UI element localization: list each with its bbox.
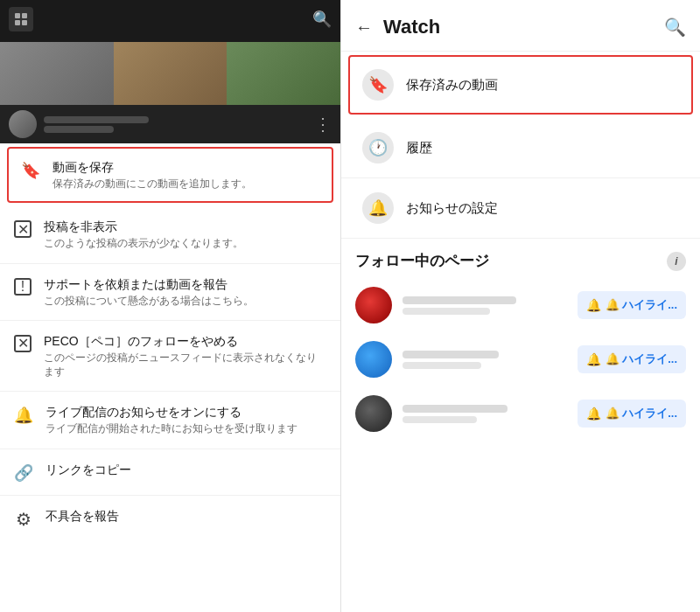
svg-rect-2 [15, 20, 20, 25]
watch-header-left: ← Watch [355, 16, 440, 38]
follow-sub-blur-1 [402, 308, 490, 315]
menu-item-copy-link[interactable]: 🔗 リンクをコピー [0, 449, 340, 496]
watch-menu-saved[interactable]: 🔖 保存済みの動画 [348, 55, 693, 115]
history-label: 履歴 [406, 140, 432, 156]
copy-link-content: リンクをコピー [46, 462, 131, 477]
hide-post-desc: このような投稿の表示が少なくなります。 [44, 236, 243, 250]
highlight-btn-3[interactable]: 🔔 🔔 ハイライ... [578, 400, 686, 428]
menu-item-save-video[interactable]: 🔖 動画を保存 保存済みの動画にこの動画を追加します。 [7, 147, 333, 203]
highlight-btn-label-2: 🔔 ハイライ... [606, 351, 677, 367]
right-panel: ← Watch 🔍 🔖 保存済みの動画 🕐 履歴 🔔 お知らせの設定 フォロー中… [341, 0, 700, 612]
save-video-content: 動画を保存 保存済みの動画にこの動画を追加します。 [52, 159, 252, 191]
highlight-btn-label-1: 🔔 ハイライ... [606, 297, 677, 313]
follow-avatar-2 [355, 341, 392, 378]
follow-name-blur-3 [402, 405, 508, 413]
back-button[interactable]: ← [355, 17, 373, 38]
follow-list: 🔔 🔔 ハイライ... 🔔 🔔 ハイライ... 🔔 [341, 278, 700, 441]
follow-sub-blur-3 [402, 416, 477, 423]
saved-videos-label: 保存済みの動画 [406, 77, 498, 94]
history-icon: 🕐 [362, 132, 394, 163]
menu-item-unfollow[interactable]: ✕ PECO［ペコ］のフォローをやめる このページの投稿がニュースフィードに表示… [0, 321, 340, 392]
follow-avatar-3 [355, 395, 392, 432]
video-thumbnail [0, 42, 340, 105]
hide-post-icon: ✕ [14, 220, 32, 238]
avatar-small [9, 110, 37, 138]
watch-menu-history[interactable]: 🕐 履歴 [341, 118, 700, 178]
highlight-btn-label-3: 🔔 ハイライ... [606, 406, 677, 421]
video-info-bar: ⋮ [0, 105, 340, 143]
unfollow-desc: このページの投稿がニュースフィードに表示されなくなります [44, 351, 326, 379]
svg-rect-1 [22, 13, 27, 18]
follow-name-blur-2 [402, 351, 499, 358]
follow-sub-blur-2 [402, 362, 481, 369]
report-issue-title: 不具合を報告 [46, 508, 119, 524]
watch-title: Watch [383, 16, 440, 38]
video-header-top: 🔍 [9, 7, 332, 31]
notifications-icon: 🔔 [362, 192, 394, 224]
svg-rect-0 [15, 13, 20, 18]
video-subtitle-blur [44, 126, 114, 133]
save-video-icon: 🔖 [21, 161, 40, 180]
following-section-header: フォロー中のページ i [341, 239, 700, 278]
svg-rect-3 [22, 20, 27, 25]
watch-menu-notifications[interactable]: 🔔 お知らせの設定 [341, 178, 700, 239]
report-desc: この投稿について懸念がある場合はこちら。 [44, 294, 254, 308]
menu-item-live-notify[interactable]: 🔔 ライブ配信のお知らせをオンにする ライブ配信が開始された時にお知らせを受け取… [0, 392, 340, 449]
live-notify-desc: ライブ配信が開始された時にお知らせを受け取ります [46, 421, 298, 435]
notifications-label: お知らせの設定 [406, 200, 498, 217]
unfollow-icon: ✕ [14, 335, 32, 352]
follow-item-3[interactable]: 🔔 🔔 ハイライ... [341, 386, 700, 441]
copy-link-title: リンクをコピー [46, 462, 131, 477]
thumb-2 [114, 42, 228, 105]
video-title-block [44, 116, 149, 133]
live-notify-title: ライブ配信のお知らせをオンにする [46, 404, 298, 420]
report-content: サポートを依頼または動画を報告 この投稿について懸念がある場合はこちら。 [44, 276, 254, 308]
follow-item-2[interactable]: 🔔 🔔 ハイライ... [341, 332, 700, 386]
save-video-title: 動画を保存 [52, 159, 252, 175]
follow-name-blur-1 [402, 296, 516, 304]
copy-link-icon: 🔗 [14, 463, 33, 483]
bell-icon-3: 🔔 [586, 407, 601, 421]
info-icon[interactable]: i [667, 252, 686, 271]
video-header-icon [9, 7, 33, 31]
menu-item-report[interactable]: ! サポートを依頼または動画を報告 この投稿について懸念がある場合はこちら。 [0, 264, 340, 321]
follow-info-1 [402, 296, 567, 315]
follow-info-3 [402, 405, 567, 423]
highlight-btn-2[interactable]: 🔔 🔔 ハイライ... [578, 345, 686, 373]
thumb-3 [227, 42, 340, 105]
bell-icon-1: 🔔 [586, 298, 601, 312]
thumb-1 [0, 42, 114, 105]
hide-post-title: 投稿を非表示 [44, 219, 243, 234]
watch-menu-list: 🔖 保存済みの動画 🕐 履歴 🔔 お知らせの設定 [341, 52, 700, 239]
report-issue-icon: ⚙ [14, 510, 33, 529]
save-video-desc: 保存済みの動画にこの動画を追加します。 [52, 177, 252, 191]
left-menu-list: 🔖 動画を保存 保存済みの動画にこの動画を追加します。 ✕ 投稿を非表示 このよ… [0, 143, 340, 612]
search-icon-left[interactable]: 🔍 [312, 10, 332, 29]
highlight-btn-1[interactable]: 🔔 🔔 ハイライ... [578, 291, 686, 319]
follow-item-1[interactable]: 🔔 🔔 ハイライ... [341, 278, 700, 332]
menu-item-report-issue[interactable]: ⚙ 不具合を報告 [0, 496, 340, 541]
video-header: 🔍 [0, 0, 340, 105]
follow-info-2 [402, 351, 567, 369]
search-button[interactable]: 🔍 [664, 17, 686, 38]
menu-item-hide-post[interactable]: ✕ 投稿を非表示 このような投稿の表示が少なくなります。 [0, 206, 340, 263]
report-icon: ! [14, 278, 32, 296]
live-notify-content: ライブ配信のお知らせをオンにする ライブ配信が開始された時にお知らせを受け取りま… [46, 404, 298, 435]
left-panel: 🔍 ⋮ 🔖 動画を保存 保存済みの動画にこの動画を追加します。 [0, 0, 341, 612]
more-icon[interactable]: ⋮ [314, 114, 332, 135]
unfollow-content: PECO［ペコ］のフォローをやめる このページの投稿がニュースフィードに表示され… [44, 333, 326, 379]
live-notify-icon: 🔔 [14, 406, 33, 425]
hide-post-content: 投稿を非表示 このような投稿の表示が少なくなります。 [44, 219, 243, 250]
report-issue-content: 不具合を報告 [46, 508, 119, 524]
following-title: フォロー中のページ [355, 251, 489, 271]
unfollow-title: PECO［ペコ］のフォローをやめる [44, 333, 326, 349]
bell-icon-2: 🔔 [586, 352, 601, 366]
video-info-left [9, 110, 149, 138]
saved-videos-icon: 🔖 [362, 69, 394, 101]
watch-header: ← Watch 🔍 [341, 0, 700, 52]
follow-avatar-1 [355, 287, 392, 323]
report-title: サポートを依頼または動画を報告 [44, 276, 254, 292]
video-title-blur [44, 116, 149, 123]
